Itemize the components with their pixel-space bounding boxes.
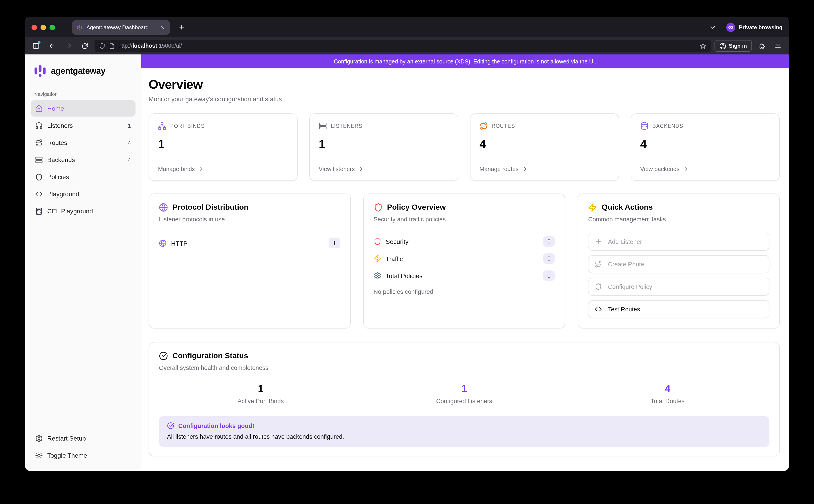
metric-configured-listeners: 1 Configured Listeners bbox=[362, 383, 566, 405]
arrow-right-icon bbox=[521, 166, 527, 172]
url-text[interactable]: http://localhost:15000/ui/ bbox=[118, 43, 696, 49]
sidebar-footer: Restart Setup Toggle Theme bbox=[31, 430, 135, 464]
sidebar-item-routes[interactable]: Routes 4 bbox=[31, 135, 135, 151]
globe-icon bbox=[159, 239, 167, 247]
quick-action-label: Test Routes bbox=[608, 306, 640, 313]
toggle-theme-label: Toggle Theme bbox=[47, 452, 87, 459]
calculator-icon bbox=[35, 207, 43, 215]
sidebar-item-cel-playground[interactable]: CEL Playground bbox=[31, 203, 135, 219]
zoom-window-button[interactable] bbox=[50, 25, 55, 30]
sidebar-item-label: Listeners bbox=[47, 122, 73, 129]
lightning-icon bbox=[373, 255, 381, 262]
sign-in-button[interactable]: Sign in bbox=[715, 40, 752, 52]
add-listener-button[interactable]: Add Listener bbox=[588, 233, 769, 251]
sidebar-item-count: 1 bbox=[128, 122, 131, 129]
url-bar[interactable]: http://localhost:15000/ui/ bbox=[95, 40, 711, 52]
globe-icon bbox=[159, 203, 168, 212]
minimize-window-button[interactable] bbox=[41, 25, 46, 30]
quick-actions-card: Quick Actions Common management tasks Ad… bbox=[578, 193, 780, 329]
policy-label: Total Policies bbox=[385, 272, 422, 279]
close-window-button[interactable] bbox=[32, 25, 37, 30]
gear-icon bbox=[373, 272, 381, 279]
restart-setup-button[interactable]: Restart Setup bbox=[31, 430, 135, 446]
metric-value: 1 bbox=[159, 383, 362, 395]
protocol-label: HTTP bbox=[171, 240, 187, 247]
sidebar-item-label: Routes bbox=[47, 139, 67, 146]
metric-label: Total Routes bbox=[566, 398, 769, 405]
sidebar-item-label: Playground bbox=[47, 190, 79, 198]
sidebar-toggle-button[interactable] bbox=[30, 40, 42, 52]
content-area: Configuration is managed by an external … bbox=[141, 54, 789, 471]
reload-button[interactable] bbox=[78, 40, 91, 52]
shield-icon bbox=[595, 283, 602, 290]
database-icon bbox=[640, 122, 648, 130]
lightning-icon bbox=[588, 203, 597, 212]
policy-count-badge: 0 bbox=[543, 236, 555, 247]
arrow-right-icon bbox=[357, 166, 363, 172]
view-listeners-link[interactable]: View listeners bbox=[319, 166, 449, 172]
bookmark-star-icon[interactable] bbox=[700, 43, 706, 49]
sidebar-item-policies[interactable]: Policies bbox=[31, 169, 135, 185]
sidebar-item-label: Policies bbox=[47, 173, 69, 180]
configure-policy-button[interactable]: Configure Policy bbox=[588, 278, 769, 296]
stat-link-label: View listeners bbox=[319, 166, 355, 172]
route-icon bbox=[480, 122, 488, 130]
brand-name: agentgateway bbox=[51, 66, 105, 76]
new-tab-button[interactable] bbox=[176, 21, 187, 33]
policy-row-security: Security 0 bbox=[373, 236, 555, 247]
overview-page: Overview Monitor your gateway's configur… bbox=[141, 68, 789, 463]
quick-action-label: Create Route bbox=[608, 261, 644, 268]
agentgateway-app: agentgateway Navigation Home Listeners 1… bbox=[25, 54, 789, 471]
window-controls bbox=[32, 25, 55, 30]
config-ok-banner: Configuration looks good! All listeners … bbox=[159, 416, 769, 447]
page-info-icon[interactable] bbox=[109, 43, 115, 49]
headphones-icon bbox=[35, 122, 43, 129]
notification-dot bbox=[38, 41, 41, 44]
shield-permissions-icon[interactable] bbox=[99, 43, 105, 49]
quick-action-label: Configure Policy bbox=[608, 283, 652, 290]
list-all-tabs-icon[interactable] bbox=[709, 24, 717, 31]
sidebar-item-home[interactable]: Home bbox=[31, 100, 135, 117]
quick-action-label: Add Listener bbox=[608, 238, 642, 245]
brand[interactable]: agentgateway bbox=[31, 63, 135, 78]
policy-label: Traffic bbox=[385, 255, 403, 262]
sidebar-item-playground[interactable]: Playground bbox=[31, 186, 135, 202]
account-icon bbox=[719, 43, 726, 49]
stat-value: 1 bbox=[319, 137, 449, 151]
create-route-button[interactable]: Create Route bbox=[588, 255, 769, 273]
home-icon bbox=[35, 105, 43, 112]
manage-routes-link[interactable]: Manage routes bbox=[480, 166, 610, 172]
sidebar-item-count: 4 bbox=[128, 139, 131, 146]
sidebar-item-backends[interactable]: Backends 4 bbox=[31, 152, 135, 168]
protocol-row-http: HTTP 1 bbox=[159, 238, 340, 248]
policy-overview-card: Policy Overview Security and traffic pol… bbox=[363, 193, 565, 329]
sidebar-item-listeners[interactable]: Listeners 1 bbox=[31, 117, 135, 134]
metric-value: 1 bbox=[362, 383, 566, 395]
stat-value: 4 bbox=[480, 137, 610, 151]
forward-button[interactable] bbox=[62, 40, 75, 52]
stat-label: BACKENDS bbox=[652, 123, 683, 129]
server-icon bbox=[35, 156, 43, 164]
route-icon bbox=[595, 261, 602, 268]
back-button[interactable] bbox=[46, 40, 59, 52]
stat-label: PORT BINDS bbox=[170, 123, 205, 129]
policy-empty-text: No policies configured bbox=[373, 288, 555, 295]
view-backends-link[interactable]: View backends bbox=[640, 166, 770, 172]
desktop: Agentgateway Dashboard Private browsing bbox=[0, 0, 814, 504]
middle-card-row: Protocol Distribution Listener protocols… bbox=[149, 193, 780, 329]
test-routes-button[interactable]: Test Routes bbox=[588, 300, 769, 318]
tab-close-icon[interactable] bbox=[158, 24, 166, 31]
url-host: localhost bbox=[133, 43, 157, 49]
app-menu-button[interactable] bbox=[772, 40, 784, 52]
toggle-theme-button[interactable]: Toggle Theme bbox=[31, 447, 135, 463]
card-subtitle: Listener protocols in use bbox=[159, 216, 340, 223]
browser-toolbar: http://localhost:15000/ui/ Sign in bbox=[25, 37, 789, 54]
policy-count-badge: 0 bbox=[543, 270, 555, 281]
stat-link-label: Manage binds bbox=[158, 166, 195, 172]
metric-label: Active Port Binds bbox=[159, 398, 362, 405]
agentgateway-logo-icon bbox=[33, 64, 47, 78]
tab-agentgateway-dashboard[interactable]: Agentgateway Dashboard bbox=[72, 20, 170, 34]
extensions-button[interactable] bbox=[755, 40, 768, 52]
tab-title: Agentgateway Dashboard bbox=[86, 24, 155, 30]
manage-binds-link[interactable]: Manage binds bbox=[158, 166, 288, 172]
